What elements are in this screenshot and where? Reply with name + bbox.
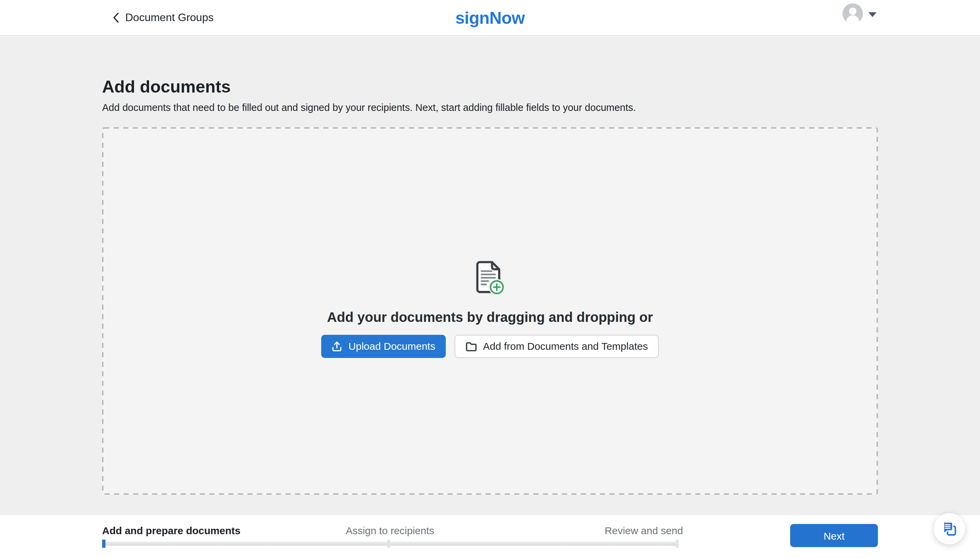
chat-widget-button[interactable] (934, 513, 965, 544)
wizard-step-review-and-send: Review and send (605, 525, 683, 535)
back-to-document-groups-link[interactable]: Document Groups (113, 0, 214, 35)
document-dropzone[interactable]: Add your documents by dragging and dropp… (102, 127, 878, 495)
wizard-progress-fill (102, 540, 105, 548)
chevron-left-icon (113, 12, 119, 23)
add-from-library-label: Add from Documents and Templates (483, 341, 648, 351)
dropzone-buttons: Upload Documents Add from Documents and … (321, 335, 659, 358)
upload-icon (332, 341, 342, 351)
add-from-library-button[interactable]: Add from Documents and Templates (454, 335, 659, 358)
account-menu[interactable] (842, 3, 877, 31)
page-subtitle: Add documents that need to be filled out… (102, 101, 878, 114)
wizard-step-add-and-prepare: Add and prepare documents (102, 525, 241, 535)
wizard-progress-track (102, 542, 678, 546)
signnow-app: Document Groups signNow Add documents Ad… (0, 0, 980, 558)
wizard-footer: Add and prepare documents Assign to reci… (0, 515, 980, 558)
add-document-icon (474, 260, 506, 294)
top-header: Document Groups signNow (0, 0, 980, 36)
back-link-label: Document Groups (125, 12, 214, 23)
progress-step-divider (387, 540, 390, 548)
page-title: Add documents (102, 37, 878, 97)
upload-documents-label: Upload Documents (348, 341, 435, 351)
chevron-down-icon (868, 12, 877, 17)
wizard-step-label: Review and send (605, 525, 683, 536)
avatar (842, 3, 863, 24)
wizard-step-label: Assign to recipients (346, 525, 434, 536)
dropzone-heading: Add your documents by dragging and dropp… (327, 309, 653, 325)
dropzone-inner: Add your documents by dragging and dropp… (102, 127, 878, 495)
wizard-step-assign-to-recipients: Assign to recipients (346, 525, 434, 535)
main-content: Add documents Add documents that need to… (0, 37, 980, 515)
wizard-step-label: Add and prepare documents (102, 525, 241, 536)
progress-step-divider (676, 540, 678, 548)
next-button[interactable]: Next (790, 524, 878, 547)
upload-documents-button[interactable]: Upload Documents (321, 335, 445, 358)
chat-bubbles-icon (941, 520, 958, 537)
folder-icon (465, 341, 477, 351)
